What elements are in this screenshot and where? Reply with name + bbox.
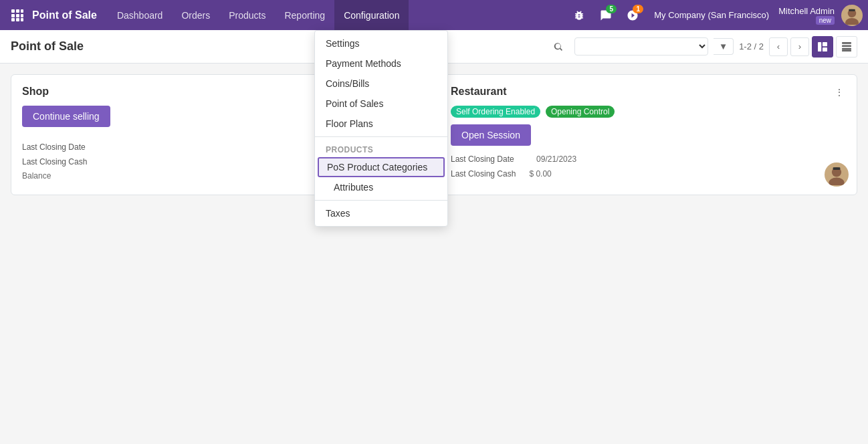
dropdown-item-coins-bills[interactable]: Coins/Bills bbox=[315, 74, 447, 94]
messages-icon-btn[interactable]: 5 bbox=[594, 3, 618, 27]
view-controls: 1-2 / 2 ‹ › bbox=[739, 36, 857, 58]
messages-badge: 5 bbox=[606, 5, 617, 13]
opening-control-tag: Opening Control bbox=[546, 106, 615, 118]
dropdown-item-taxes[interactable]: Taxes bbox=[315, 203, 447, 206]
nav-item-configuration[interactable]: Configuration bbox=[334, 0, 409, 30]
svg-rect-12 bbox=[818, 42, 821, 51]
dropdown-item-floor-plans[interactable]: Floor Plans bbox=[315, 114, 447, 134]
nav-item-reporting[interactable]: Reporting bbox=[275, 0, 334, 30]
svg-rect-7 bbox=[16, 18, 19, 21]
nav-item-products[interactable]: Products bbox=[219, 0, 275, 30]
dropdown-item-point-of-sales[interactable]: Point of Sales bbox=[315, 94, 447, 114]
shop-last-closing-date-label: Last Closing Date bbox=[22, 142, 86, 152]
svg-rect-13 bbox=[823, 42, 827, 46]
bug-icon-btn[interactable] bbox=[567, 3, 591, 27]
dropdown-item-settings[interactable]: Settings bbox=[315, 33, 447, 53]
search-button[interactable] bbox=[548, 36, 569, 58]
page-title: Point of Sale bbox=[11, 39, 84, 53]
shop-last-closing-cash-label: Last Closing Cash bbox=[22, 157, 87, 166]
restaurant-card: ⋮ Restaurant Self Ordering Enabled Openi… bbox=[439, 74, 857, 195]
shop-balance-label: Balance bbox=[22, 171, 51, 181]
restaurant-card-meta: Last Closing Date 09/21/2023 Last Closin… bbox=[451, 152, 846, 181]
svg-rect-5 bbox=[21, 14, 23, 17]
activities-badge: 1 bbox=[633, 5, 643, 13]
svg-rect-16 bbox=[842, 45, 851, 47]
svg-rect-15 bbox=[842, 42, 851, 44]
top-nav: Point of Sale Dashboard Orders Products … bbox=[0, 0, 868, 30]
nav-brand: Point of Sale bbox=[32, 9, 97, 21]
kanban-view-button[interactable] bbox=[812, 36, 833, 58]
svg-rect-1 bbox=[16, 9, 19, 13]
svg-rect-14 bbox=[823, 47, 827, 51]
svg-rect-18 bbox=[842, 49, 851, 51]
next-page-button[interactable]: › bbox=[790, 37, 809, 56]
dropdown-divider-2 bbox=[315, 200, 447, 201]
open-session-button[interactable]: Open Session bbox=[451, 124, 531, 146]
user-name: Mitchell Admin bbox=[778, 6, 835, 16]
restaurant-card-menu[interactable]: ⋮ bbox=[830, 83, 849, 102]
activities-icon-btn[interactable]: 1 bbox=[621, 3, 645, 27]
filter-bar: ▼ bbox=[574, 37, 734, 56]
apps-icon[interactable] bbox=[5, 3, 29, 27]
svg-rect-2 bbox=[21, 9, 23, 13]
self-ordering-tag: Self Ordering Enabled bbox=[451, 106, 540, 118]
restaurant-card-title: Restaurant bbox=[451, 86, 846, 98]
configuration-dropdown: Settings Payment Methods Coins/Bills Poi… bbox=[314, 30, 448, 206]
restaurant-avatar bbox=[825, 162, 849, 187]
restaurant-last-closing-date-value: 09/21/2023 bbox=[536, 154, 576, 164]
list-view-button[interactable] bbox=[836, 36, 857, 58]
nav-item-orders[interactable]: Orders bbox=[172, 0, 219, 30]
pagination-label: 1-2 / 2 bbox=[739, 41, 764, 51]
prev-page-button[interactable]: ‹ bbox=[769, 37, 788, 56]
restaurant-last-closing-date-label: Last Closing Date bbox=[451, 154, 514, 164]
svg-rect-3 bbox=[11, 14, 15, 17]
svg-rect-0 bbox=[11, 9, 15, 13]
user-badge: new bbox=[816, 16, 835, 25]
dropdown-divider-1 bbox=[315, 136, 447, 137]
continue-selling-button[interactable]: Continue selling bbox=[22, 106, 110, 127]
restaurant-last-closing-cash-label: Last Closing Cash bbox=[451, 169, 516, 179]
company-name: My Company (San Francisco) bbox=[647, 10, 776, 20]
filter-dropdown-arrow[interactable]: ▼ bbox=[714, 38, 734, 55]
svg-rect-11 bbox=[849, 9, 855, 11]
user-avatar[interactable] bbox=[841, 5, 863, 26]
svg-rect-21 bbox=[833, 167, 841, 170]
nav-right: 5 1 My Company (San Francisco) Mitchell … bbox=[567, 3, 863, 27]
svg-rect-6 bbox=[11, 18, 15, 21]
svg-point-10 bbox=[845, 17, 859, 24]
svg-rect-8 bbox=[21, 18, 23, 21]
dropdown-item-pos-product-categories[interactable]: PoS Product Categories bbox=[318, 157, 445, 177]
dropdown-item-attributes[interactable]: Attributes bbox=[315, 177, 447, 197]
dropdown-section-products: Products bbox=[315, 140, 447, 157]
nav-item-dashboard[interactable]: Dashboard bbox=[108, 0, 173, 30]
nav-menu: Dashboard Orders Products Reporting Conf… bbox=[108, 0, 567, 30]
dropdown-item-payment-methods[interactable]: Payment Methods bbox=[315, 53, 447, 74]
filter-select[interactable] bbox=[574, 37, 708, 56]
restaurant-balance-value: $ 0.00 bbox=[529, 169, 551, 179]
svg-rect-17 bbox=[842, 47, 851, 49]
svg-rect-4 bbox=[16, 14, 19, 17]
user-info[interactable]: Mitchell Admin new bbox=[778, 6, 835, 25]
svg-point-20 bbox=[829, 177, 844, 185]
